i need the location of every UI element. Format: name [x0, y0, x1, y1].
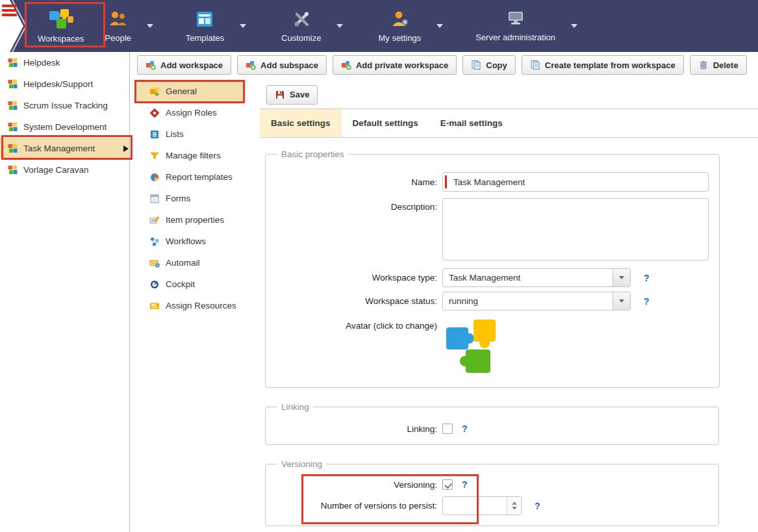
- sidebar-item-helpdesk[interactable]: Helpdesk: [0, 52, 129, 73]
- avatar-label: Avatar (click to change): [272, 317, 437, 331]
- server-administration-dropdown[interactable]: [566, 0, 583, 52]
- expand-arrow-icon[interactable]: [123, 146, 129, 152]
- hamburger-menu-icon[interactable]: [2, 5, 17, 18]
- description-label: Description:: [272, 198, 437, 212]
- add-private-workspace-button[interactable]: Add private workspace: [333, 55, 457, 75]
- nav-item-my-settings[interactable]: My settings: [368, 0, 431, 52]
- versioning-row: Versioning: ?: [272, 479, 708, 490]
- versioning-fieldset: Versioning Versioning: ? Number of versi…: [265, 459, 719, 526]
- linking-checkbox[interactable]: [442, 424, 453, 434]
- workspace-status-label: Workspace status:: [272, 296, 437, 306]
- save-button[interactable]: Save: [266, 85, 318, 105]
- nav-item-server-administration[interactable]: Server administration: [465, 0, 566, 52]
- button-label: Create template from workspace: [545, 60, 676, 70]
- menu-item-lists[interactable]: Lists: [136, 123, 260, 145]
- button-label: Add private workspace: [356, 60, 448, 70]
- sidebar-item-scrum-issue-tracking[interactable]: Scrum Issue Tracking: [0, 95, 129, 116]
- help-icon[interactable]: ?: [462, 424, 468, 434]
- help-icon[interactable]: ?: [644, 273, 650, 283]
- add-workspace-button[interactable]: Add workspace: [137, 55, 231, 75]
- nav-item-templates[interactable]: Templates: [175, 0, 234, 52]
- people-dropdown[interactable]: [142, 0, 158, 52]
- delete-button[interactable]: Delete: [690, 55, 747, 75]
- chevron-down-icon[interactable]: [613, 269, 630, 286]
- workspace-puzzle-icon: [8, 122, 18, 132]
- menu-item-label: Lists: [166, 129, 184, 139]
- button-label: Add workspace: [160, 60, 223, 70]
- templates-dropdown[interactable]: [234, 0, 251, 52]
- menu-item-general[interactable]: General: [136, 81, 246, 102]
- menu-item-assign-roles[interactable]: Assign Roles: [136, 102, 260, 123]
- tab-basic-settings[interactable]: Basic settings: [260, 109, 342, 137]
- menu-item-cockpit[interactable]: Cockpit: [136, 273, 260, 295]
- versions-to-persist-label: Number of versions to persist:: [272, 501, 437, 511]
- workspace-type-label: Workspace type:: [272, 273, 437, 283]
- number-spinner[interactable]: [507, 497, 521, 514]
- save-icon: [275, 90, 285, 100]
- sidebar-item-vorlage-caravan[interactable]: Vorlage Caravan: [0, 159, 129, 181]
- linking-row: Linking: ?: [272, 424, 708, 434]
- delete-icon: [698, 60, 709, 70]
- chevron-down-icon[interactable]: [613, 292, 630, 310]
- basic-properties-fieldset: Basic properties Name: Description: Work…: [265, 149, 720, 388]
- create-template-from-workspace-button[interactable]: Create template from workspace: [522, 55, 684, 75]
- item-properties-icon: [149, 215, 160, 225]
- versioning-checkbox[interactable]: [442, 479, 453, 490]
- workspace-type-select[interactable]: Task Management: [442, 268, 631, 287]
- nav-item-customize[interactable]: Customize: [271, 0, 331, 52]
- tab-email-settings[interactable]: E-mail settings: [429, 109, 514, 137]
- menu-item-report-templates[interactable]: Report templates: [136, 166, 260, 188]
- menu-item-workflows[interactable]: Workflows: [136, 231, 260, 252]
- lists-icon: [149, 129, 160, 140]
- copy-icon: [471, 60, 481, 70]
- my-settings-dropdown[interactable]: [431, 0, 448, 52]
- selected-value: Task Management: [443, 273, 613, 283]
- app-window: Workspaces People: [0, 0, 758, 532]
- help-icon[interactable]: ?: [535, 501, 540, 511]
- workspace-sidebar: Helpdesk Helpdesk/Support Scrum Issue Tr…: [0, 52, 130, 532]
- description-textarea[interactable]: [442, 198, 709, 260]
- menu-item-manage-filters[interactable]: Manage filters: [136, 145, 260, 166]
- general-icon: [149, 86, 160, 97]
- versions-to-persist-row: Number of versions to persist: ?: [272, 496, 708, 515]
- sidebar-item-label: Scrum Issue Tracking: [23, 101, 108, 110]
- menu-item-label: Manage filters: [166, 151, 221, 160]
- create-template-icon: [530, 60, 540, 70]
- linking-fieldset: Linking Linking: ?: [265, 402, 719, 445]
- chevron-down-icon: [147, 24, 153, 28]
- nav-item-workspaces[interactable]: Workspaces: [27, 0, 94, 52]
- workspace-avatar[interactable]: [442, 317, 502, 377]
- versions-input[interactable]: [443, 497, 507, 514]
- nav-label-my-settings: My settings: [378, 33, 421, 43]
- versioning-legend: Versioning: [277, 459, 326, 469]
- copy-button[interactable]: Copy: [462, 55, 516, 75]
- templates-icon: [195, 10, 214, 29]
- tab-default-settings[interactable]: Default settings: [342, 109, 429, 137]
- menu-item-forms[interactable]: Forms: [136, 188, 260, 209]
- menu-item-label: Forms: [166, 194, 190, 203]
- menu-item-label: Cockpit: [166, 279, 195, 289]
- sidebar-item-label: System Development: [23, 122, 107, 132]
- menu-item-assign-resources[interactable]: Assign Resources: [136, 295, 260, 316]
- add-subspace-button[interactable]: Add subspace: [237, 55, 327, 75]
- workspace-status-select[interactable]: running: [442, 292, 631, 310]
- customize-dropdown[interactable]: [331, 0, 348, 52]
- add-workspace-icon: [145, 60, 156, 70]
- sidebar-item-task-management[interactable]: Task Management: [0, 138, 129, 159]
- workspace-status-row: Workspace status: running ?: [272, 292, 709, 310]
- name-input[interactable]: [442, 172, 709, 192]
- sidebar-item-system-development[interactable]: System Development: [0, 116, 129, 138]
- help-icon[interactable]: ?: [462, 479, 468, 490]
- spinner-down-icon[interactable]: [512, 507, 517, 510]
- help-icon[interactable]: ?: [644, 296, 650, 307]
- nav-item-people[interactable]: People: [94, 0, 141, 52]
- menu-item-item-properties[interactable]: Item properties: [136, 209, 260, 231]
- workspace-settings-content: Save Basic settings Default settings E-m…: [260, 81, 758, 532]
- description-row: Description:: [272, 198, 709, 260]
- text-cursor: [445, 175, 447, 188]
- spinner-up-icon[interactable]: [512, 501, 517, 505]
- automail-icon: [149, 258, 160, 268]
- menu-item-automail[interactable]: Automail: [136, 252, 260, 273]
- sidebar-item-helpdesk-support[interactable]: Helpdesk/Support: [0, 73, 129, 95]
- people-icon: [108, 10, 128, 29]
